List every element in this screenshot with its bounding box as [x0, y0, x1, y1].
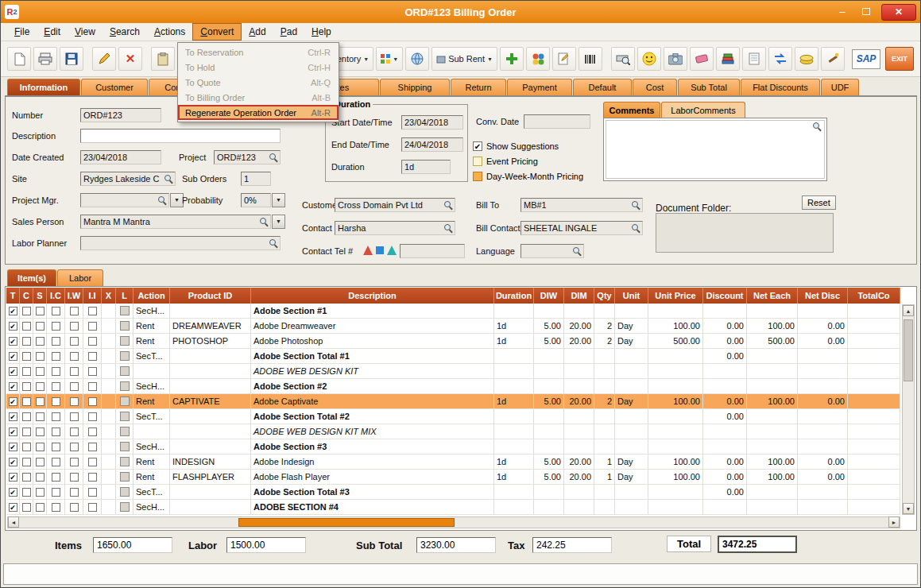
bill-contact-field[interactable]: SHEETAL INGALE	[520, 221, 643, 235]
row-checkbox[interactable]: ✔	[9, 458, 17, 466]
column-header-net-disc[interactable]: Net Disc	[798, 288, 848, 304]
row-checkbox[interactable]	[36, 322, 45, 331]
row-l-button[interactable]	[120, 321, 130, 331]
table-row[interactable]: ✔RentFLASHPLAYERAdobe Flash Player1d5.00…	[6, 470, 900, 485]
row-checkbox[interactable]: ✔	[9, 427, 17, 436]
row-checkbox[interactable]	[36, 337, 45, 346]
table-row[interactable]: ✔ADOBE WEB DESIGN KIT MIX	[6, 424, 900, 439]
row-checkbox[interactable]: ✔	[9, 337, 17, 346]
tab-laborcomments[interactable]: LaborComments	[661, 102, 745, 118]
column-header-action[interactable]: Action	[134, 288, 170, 304]
row-checkbox[interactable]	[52, 397, 60, 406]
row-checkbox[interactable]	[36, 427, 45, 436]
search-icon[interactable]	[572, 246, 582, 256]
date-created-field[interactable]: 23/04/2018	[80, 150, 161, 164]
tab-labor[interactable]: Labor	[57, 269, 103, 286]
row-checkbox[interactable]	[88, 488, 97, 497]
row-checkbox[interactable]	[70, 488, 79, 497]
column-header-i-i[interactable]: I.I	[83, 288, 102, 304]
row-l-button[interactable]	[120, 457, 130, 466]
row-checkbox[interactable]	[70, 458, 79, 466]
checkbox-day-week-month-pricing[interactable]: Day-Week-Month Pricing	[473, 168, 583, 184]
row-checkbox[interactable]	[36, 352, 45, 361]
row-checkbox[interactable]	[36, 382, 45, 391]
row-checkbox[interactable]	[88, 322, 97, 331]
vertical-scroll-thumb[interactable]	[904, 319, 913, 381]
menu-item-to-reservation[interactable]: To ReservationCtrl-R	[178, 44, 339, 60]
row-checkbox[interactable]	[52, 458, 60, 466]
row-checkbox[interactable]: ✔	[9, 412, 17, 421]
currency-sync-button[interactable]	[768, 47, 792, 71]
money-button[interactable]	[795, 47, 818, 71]
row-checkbox[interactable]	[52, 382, 60, 391]
add-button[interactable]	[500, 47, 524, 71]
exit-button[interactable]: EXIT	[885, 47, 914, 71]
column-header-c[interactable]: C	[20, 288, 33, 304]
smiley-button[interactable]	[637, 47, 661, 71]
menu-actions[interactable]: Actions	[147, 23, 192, 41]
row-l-button[interactable]	[120, 412, 130, 421]
row-checkbox[interactable]	[52, 322, 60, 331]
bill-to-field[interactable]: MB#1	[520, 198, 643, 212]
row-checkbox[interactable]	[88, 352, 97, 361]
scroll-left-button[interactable]: ◄	[8, 516, 19, 528]
row-checkbox[interactable]	[22, 427, 31, 436]
row-checkbox[interactable]	[36, 443, 45, 451]
wand-button[interactable]	[821, 47, 845, 71]
column-header-x[interactable]: X	[102, 288, 116, 304]
column-header-t[interactable]: T	[6, 288, 20, 304]
row-checkbox[interactable]	[22, 322, 31, 331]
checkbox-box[interactable]: ✔	[473, 141, 482, 151]
row-checkbox[interactable]	[70, 443, 79, 451]
horizontal-scrollbar[interactable]: ◄ ►	[7, 516, 900, 528]
sub-orders-field[interactable]: 1	[241, 172, 271, 186]
row-checkbox[interactable]	[22, 307, 31, 315]
row-checkbox[interactable]: ✔	[9, 352, 17, 361]
print-button[interactable]	[33, 47, 57, 71]
row-l-button[interactable]	[120, 366, 130, 376]
table-row[interactable]: ✔SecH...Adobe Section #2	[6, 379, 900, 394]
duration-field[interactable]: 1d	[401, 160, 451, 174]
labor-planner-field[interactable]	[80, 236, 281, 250]
row-checkbox[interactable]: ✔	[9, 503, 17, 512]
tab-sub-total[interactable]: Sub Total	[678, 79, 740, 95]
new-document-button[interactable]	[7, 47, 31, 71]
vertical-scrollbar[interactable]: ▲ ▼	[902, 304, 915, 515]
row-checkbox[interactable]	[52, 473, 60, 482]
checkbox-box[interactable]	[473, 172, 482, 181]
column-header-i-w[interactable]: I.W	[65, 288, 83, 304]
column-header-i-c[interactable]: I.C	[47, 288, 65, 304]
eraser-button[interactable]	[690, 47, 714, 71]
row-checkbox[interactable]	[36, 307, 45, 315]
column-header-unit[interactable]: Unit	[615, 288, 648, 304]
edit-button[interactable]	[92, 47, 116, 71]
language-field[interactable]	[520, 244, 584, 258]
row-checkbox[interactable]	[36, 488, 45, 497]
column-header-product-id[interactable]: Product ID	[170, 288, 251, 304]
table-row[interactable]: ✔ADOBE WEB DESIGN KIT	[6, 364, 900, 379]
table-row[interactable]: ✔SecT...Adobe Section Total #30.00	[6, 485, 900, 500]
project-field[interactable]: ORD#123	[214, 150, 281, 164]
customer-field[interactable]: Cross Domain Pvt Ltd	[335, 198, 455, 212]
notepad-button[interactable]	[742, 47, 766, 71]
row-checkbox[interactable]	[70, 307, 79, 315]
sales-person-dropdown[interactable]: ▼	[272, 215, 285, 229]
table-row[interactable]: ✔SecT...Adobe Section Total #20.00	[6, 409, 900, 424]
row-checkbox[interactable]	[22, 458, 31, 466]
row-l-button[interactable]	[120, 381, 130, 391]
row-checkbox[interactable]: ✔	[9, 322, 17, 331]
probability-field[interactable]: 0%	[241, 193, 271, 207]
row-l-button[interactable]	[120, 336, 130, 346]
camera-button[interactable]	[664, 47, 687, 71]
table-row[interactable]: ✔RentPHOTOSHOPAdobe Photoshop1d5.0020.00…	[6, 334, 900, 349]
search-icon[interactable]	[443, 223, 453, 233]
row-checkbox[interactable]	[22, 473, 31, 482]
clipboard-button[interactable]	[151, 47, 175, 71]
search-icon[interactable]	[157, 195, 167, 205]
row-checkbox[interactable]	[22, 352, 31, 361]
tab-flat-discounts[interactable]: Flat Discounts	[741, 79, 820, 95]
tab-return[interactable]: Return	[451, 79, 506, 95]
row-checkbox[interactable]	[52, 412, 60, 421]
contact-field[interactable]: Harsha	[335, 221, 455, 235]
row-checkbox[interactable]	[88, 337, 97, 346]
